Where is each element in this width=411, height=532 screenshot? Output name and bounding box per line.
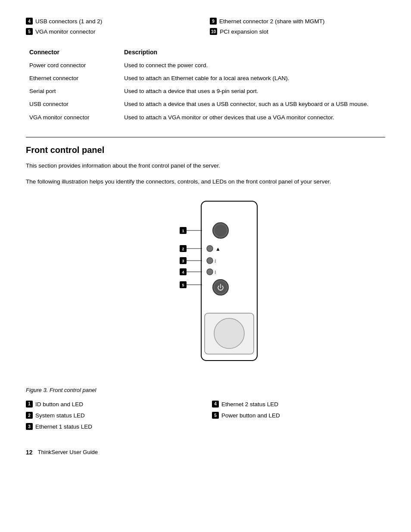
- badge-9: 9: [210, 18, 217, 25]
- footer: 12 ThinkServer User Guide: [26, 449, 385, 456]
- legend-badge: 4: [212, 401, 219, 408]
- svg-point-28: [214, 318, 244, 348]
- svg-point-19: [207, 269, 213, 275]
- connector-cell: USB connector: [26, 98, 121, 111]
- legend-badge: 1: [26, 401, 33, 408]
- svg-point-14: [207, 258, 213, 264]
- top-item-1-text: USB connectors (1 and 2): [35, 17, 102, 26]
- connector-cell: Ethernet connector: [26, 72, 121, 85]
- table-row: Power cord connectorUsed to connect the …: [26, 59, 385, 72]
- svg-point-9: [207, 246, 213, 252]
- legend-item: [212, 423, 385, 431]
- connector-cell: VGA monitor connector: [26, 111, 121, 124]
- table-row: Serial portUsed to attach a device that …: [26, 85, 385, 98]
- footer-title: ThinkServer User Guide: [38, 449, 98, 455]
- legend-text: Ethernet 2 status LED: [221, 400, 278, 409]
- connector-cell: Power cord connector: [26, 59, 121, 72]
- legend-item: 2System status LED: [26, 411, 199, 420]
- legend-badge: 2: [26, 412, 33, 419]
- connector-table: Connector Description Power cord connect…: [26, 47, 385, 124]
- legend-item: 3Ethernet 1 status LED: [26, 423, 199, 431]
- illustration-container: 1 2 ▲ 3 ⁞ 4 ⁞: [26, 197, 385, 379]
- connector-cell: Serial port: [26, 85, 121, 98]
- description-cell: Used to connect the power cord.: [121, 59, 385, 72]
- description-cell: Used to attach an Ethernet cable for a l…: [121, 72, 385, 85]
- intro-paragraph-2: The following illustration helps you ide…: [26, 177, 385, 187]
- section-heading: Front control panel: [26, 145, 385, 155]
- svg-text:1: 1: [182, 229, 184, 233]
- top-item-9: 9 Ethernet connector 2 (share with MGMT): [210, 17, 385, 26]
- top-item-9-text: Ethernet connector 2 (share with MGMT): [219, 17, 325, 26]
- svg-text:2: 2: [182, 247, 184, 251]
- figure-caption: Figure 3. Front control panel: [26, 387, 385, 393]
- page-number: 12: [26, 449, 33, 456]
- section-divider: [26, 137, 385, 137]
- table-row: USB connectorUsed to attach a device tha…: [26, 98, 385, 111]
- top-item-1: 4 USB connectors (1 and 2): [26, 17, 201, 26]
- legend-item: 5Power button and LED: [212, 411, 385, 420]
- legend-badge: 5: [212, 412, 219, 419]
- badge-4: 4: [26, 18, 33, 25]
- top-item-10: 10 PCI expansion slot: [210, 28, 385, 36]
- table-row: VGA monitor connectorUsed to attach a VG…: [26, 111, 385, 124]
- svg-text:▲: ▲: [215, 246, 221, 252]
- description-cell: Used to attach a VGA monitor or other de…: [121, 111, 385, 124]
- top-item-10-text: PCI expansion slot: [220, 28, 268, 36]
- legend-item: 1ID button and LED: [26, 400, 199, 409]
- col-connector-header: Connector: [26, 47, 121, 59]
- col-description-header: Description: [121, 47, 385, 59]
- legend-text: Ethernet 1 status LED: [35, 423, 92, 431]
- intro-paragraph-1: This section provides information about …: [26, 161, 385, 171]
- svg-text:3: 3: [182, 259, 184, 263]
- table-row: Ethernet connectorUsed to attach an Ethe…: [26, 72, 385, 85]
- badge-5: 5: [26, 28, 33, 35]
- legend-text: Power button and LED: [221, 411, 280, 420]
- badge-10: 10: [210, 28, 217, 35]
- legend-text: System status LED: [35, 411, 85, 420]
- legend-text: ID button and LED: [35, 400, 83, 409]
- panel-illustration-svg: 1 2 ▲ 3 ⁞ 4 ⁞: [137, 197, 274, 378]
- description-cell: Used to attach a device that uses a USB …: [121, 98, 385, 111]
- legend-badge: 3: [26, 423, 33, 430]
- top-item-5: 5 VGA monitor connector: [26, 28, 201, 36]
- legend-grid: 1ID button and LED4Ethernet 2 status LED…: [26, 400, 385, 432]
- description-cell: Used to attach a device that uses a 9-pi…: [121, 85, 385, 98]
- svg-text:⁞: ⁞: [215, 258, 216, 264]
- legend-item: 4Ethernet 2 status LED: [212, 400, 385, 409]
- top-items-grid: 4 USB connectors (1 and 2) 9 Ethernet co…: [26, 17, 385, 37]
- top-item-5-text: VGA monitor connector: [35, 28, 96, 36]
- svg-text:4: 4: [182, 270, 184, 274]
- svg-text:⁞: ⁞: [215, 270, 216, 275]
- svg-text:⏻: ⏻: [217, 284, 224, 291]
- svg-text:5: 5: [182, 283, 184, 287]
- svg-point-5: [215, 224, 227, 236]
